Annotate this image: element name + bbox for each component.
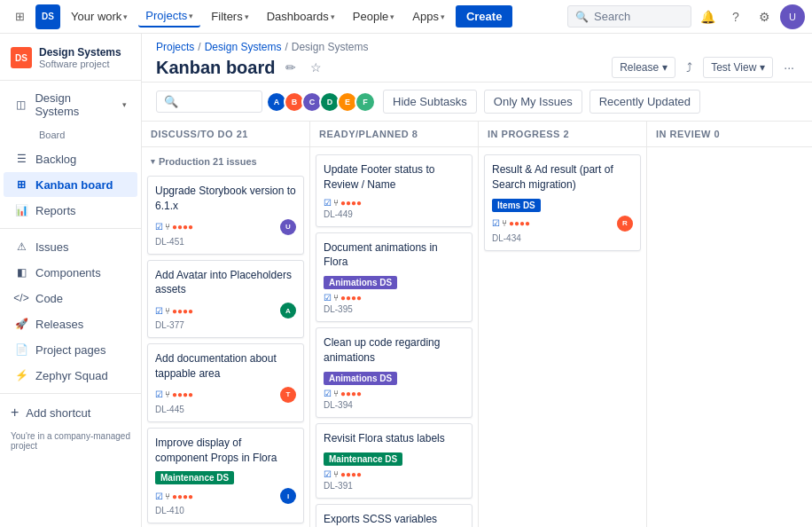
nav-filters[interactable]: Filters ▾ <box>204 6 255 27</box>
logo[interactable]: DS <box>35 4 60 29</box>
reports-icon: 📊 <box>14 203 28 217</box>
sidebar-item-zephyr[interactable]: ⚡ Zephyr Squad <box>4 363 137 388</box>
table-row[interactable]: Document animations in Flora Animations … <box>316 232 472 323</box>
chevron-down-icon: ▾ <box>662 61 668 74</box>
plus-icon: + <box>11 405 19 421</box>
column-header-inprogress: IN PROGRESS 2 <box>479 122 646 147</box>
sidebar-item-reports[interactable]: 📊 Reports <box>4 198 137 223</box>
column-ready: READY/PLANNED 8 Update Footer status to … <box>310 122 479 527</box>
card-avatar: U <box>280 219 296 235</box>
card-tag: Animations DS <box>324 372 397 385</box>
search-input[interactable] <box>183 95 254 108</box>
help-icon[interactable]: ? <box>723 4 748 29</box>
search-box[interactable]: 🔍 Search <box>567 5 691 28</box>
table-row[interactable]: Result & Ad result (part of Search migra… <box>484 154 641 251</box>
test-view-button[interactable]: Test View ▾ <box>703 57 773 78</box>
table-row[interactable]: Add Avatar into Placeholders assets ☑ ⑂ … <box>147 260 304 339</box>
page-title: Kanban board <box>156 58 275 78</box>
sidebar-item-releases[interactable]: 🚀 Releases <box>4 311 137 336</box>
column-header-discuss: DISCUSS/TO DO 21 <box>142 122 309 147</box>
table-row[interactable]: Clean up code regarding animations Anima… <box>316 327 472 418</box>
breadcrumb-design-systems-2: Design Systems <box>292 41 369 53</box>
sidebar-item-design-systems[interactable]: ◫ Design Systems ▾ <box>4 86 137 123</box>
release-button[interactable]: Release ▾ <box>612 57 675 78</box>
avatar-group: A B C D E F <box>269 91 376 113</box>
table-row[interactable]: Exports SCSS variables grouped Maintenan… <box>316 504 472 527</box>
project-type: Software project <box>39 59 130 69</box>
nav-apps[interactable]: Apps ▾ <box>405 6 452 27</box>
issues-icon: ⚠ <box>14 240 28 254</box>
chevron-down-icon: ▾ <box>123 12 128 21</box>
sidebar-item-issues[interactable]: ⚠ Issues <box>4 234 137 259</box>
check-icon: ☑ <box>324 198 332 208</box>
check-icon: ☑ <box>155 222 163 232</box>
pencil-icon[interactable]: ✏ <box>282 57 300 78</box>
project-name: Design Systems <box>39 46 130 59</box>
check-icon: ☑ <box>155 492 163 501</box>
priority-icon: ●●●● <box>340 469 362 479</box>
chevron-down-icon: ▾ <box>331 12 335 21</box>
priority-icon: ●●●● <box>172 222 193 232</box>
branch-icon: ⑂ <box>333 198 339 208</box>
table-row[interactable]: Improve display of component Props in Fl… <box>147 428 304 524</box>
card-tag: Items DS <box>492 199 541 212</box>
column-cards-inreview <box>647 147 812 527</box>
check-icon: ☑ <box>324 293 332 303</box>
chevron-down-icon: ▾ <box>441 12 445 21</box>
priority-icon: ●●●● <box>172 492 193 501</box>
table-row[interactable]: Add documentation about tappable area ☑ … <box>147 343 304 422</box>
recently-updated-button[interactable]: Recently Updated <box>589 90 700 114</box>
sidebar-item-backlog[interactable]: ☰ Backlog <box>4 146 137 171</box>
notifications-icon[interactable]: 🔔 <box>695 4 720 29</box>
column-inreview: IN REVIEW 0 <box>647 122 812 527</box>
table-row[interactable]: Revisit Flora status labels Maintenance … <box>316 423 472 499</box>
only-issues-button[interactable]: Only My Issues <box>484 90 582 114</box>
components-icon: ◧ <box>14 265 28 279</box>
nav-people[interactable]: People ▾ <box>346 6 402 27</box>
breadcrumb-projects[interactable]: Projects <box>156 41 194 53</box>
share-icon[interactable]: ⤴ <box>683 57 696 78</box>
branch-icon: ⑂ <box>165 222 170 232</box>
more-icon[interactable]: ··· <box>780 57 798 78</box>
branch-icon: ⑂ <box>165 306 170 316</box>
priority-icon: ●●●● <box>172 389 193 399</box>
board-icon: ◫ <box>14 98 27 112</box>
chevron-down-icon: ▾ <box>390 12 394 21</box>
column-discuss: DISCUSS/TO DO 21 ▾ Production 21 issues … <box>142 122 310 527</box>
priority-icon: ●●●● <box>172 306 193 316</box>
column-cards-ready: Update Footer status to Review / Name ☑ … <box>310 147 478 527</box>
breadcrumb-design-systems-1[interactable]: Design Systems <box>205 41 282 53</box>
settings-icon[interactable]: ⚙ <box>752 4 777 29</box>
avatar[interactable]: U <box>780 4 805 29</box>
card-avatar: I <box>280 488 296 504</box>
sidebar: DS Design Systems Software project ◫ Des… <box>0 34 142 527</box>
sidebar-item-components[interactable]: ◧ Components <box>4 260 137 285</box>
breadcrumb: Projects / Design Systems / Design Syste… <box>156 41 798 53</box>
add-shortcut-button[interactable]: + Add shortcut <box>0 399 141 426</box>
grid-icon[interactable]: ⊞ <box>7 4 32 29</box>
priority-icon: ●●●● <box>509 218 530 228</box>
branch-icon: ⑂ <box>165 492 170 501</box>
sidebar-item-code[interactable]: </> Code <box>4 286 137 311</box>
avatar-6[interactable]: F <box>355 91 376 113</box>
table-row[interactable]: Update Footer status to Review / Name ☑ … <box>316 154 472 227</box>
sidebar-project[interactable]: DS Design Systems Software project <box>0 41 141 75</box>
kanban-board: DISCUSS/TO DO 21 ▾ Production 21 issues … <box>142 122 812 527</box>
column-cards-inprogress: Result & Ad result (part of Search migra… <box>479 147 646 527</box>
check-icon: ☑ <box>492 218 500 228</box>
toolbar-search[interactable]: 🔍 <box>156 90 262 113</box>
star-icon[interactable]: ☆ <box>307 57 325 78</box>
kanban-container: DISCUSS/TO DO 21 ▾ Production 21 issues … <box>142 122 812 527</box>
sidebar-item-kanban[interactable]: ⊞ Kanban board <box>4 172 137 197</box>
nav-dashboards[interactable]: Dashboards ▾ <box>260 6 342 27</box>
card-avatar: R <box>617 216 633 232</box>
create-button[interactable]: Create <box>456 5 512 28</box>
hide-subtasks-button[interactable]: Hide Subtasks <box>383 90 477 114</box>
nav-projects[interactable]: Projects ▾ <box>138 5 200 28</box>
nav-your-work[interactable]: Your work ▾ <box>64 6 135 27</box>
table-row[interactable]: Upgrade Storybook version to 6.1.x ☑ ⑂ ●… <box>147 176 304 255</box>
zephyr-icon: ⚡ <box>14 368 28 382</box>
sidebar-item-project-pages[interactable]: 📄 Project pages <box>4 337 137 362</box>
releases-icon: 🚀 <box>14 317 28 331</box>
main-content: Projects / Design Systems / Design Syste… <box>142 34 812 527</box>
